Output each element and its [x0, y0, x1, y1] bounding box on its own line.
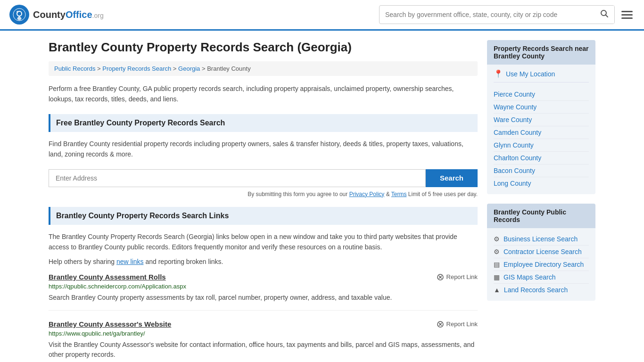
gis-maps-link[interactable]: GIS Maps Search: [504, 273, 556, 281]
address-search-input[interactable]: [49, 169, 426, 187]
report-link-2[interactable]: Report Link: [437, 321, 478, 328]
sidebar-business-license: ⚙ Business License Search: [494, 233, 589, 246]
sidebar-link-long-county[interactable]: Long County: [494, 177, 589, 189]
breadcrumb-brantley-county: Brantley County: [207, 65, 251, 72]
links-section-heading: Brantley County Property Records Search …: [49, 207, 478, 225]
business-license-icon: ⚙: [494, 235, 500, 243]
sidebar-link-wayne-county[interactable]: Wayne County: [494, 101, 589, 114]
address-search-form: Search: [49, 169, 478, 187]
logo-icon: [9, 5, 29, 25]
privacy-policy-link[interactable]: Privacy Policy: [349, 191, 385, 197]
contractor-license-icon: ⚙: [494, 248, 500, 255]
link-card-assessor-website: Brantley County Assessor's Website Repor…: [49, 320, 478, 362]
use-my-location-item: 📍 Use My Location: [494, 69, 589, 82]
free-search-description: Find Brantley County residential propert…: [49, 139, 478, 160]
link-url-2: https://www.qpublic.net/ga/brantley/: [49, 330, 478, 337]
hamburger-line-3: [621, 17, 633, 19]
sidebar-gis-maps: ▦ GIS Maps Search: [494, 271, 589, 284]
main-content: Brantley County Property Records Search …: [49, 40, 478, 362]
hamburger-menu-button[interactable]: [619, 9, 635, 21]
link-card-assessment-rolls: Brantley County Assessment Rolls Report …: [49, 273, 478, 311]
report-link-1[interactable]: Report Link: [437, 273, 478, 281]
logo-text: CountyOffice.org: [33, 9, 104, 20]
sidebar-link-ware-county[interactable]: Ware County: [494, 114, 589, 126]
report-icon-1: [437, 273, 444, 281]
share-note: Help others by sharing new links and rep…: [49, 258, 478, 265]
svg-line-4: [606, 15, 608, 17]
breadcrumb-public-records[interactable]: Public Records: [54, 65, 95, 72]
public-records-section: Brantley County Public Records ⚙ Busines…: [487, 204, 595, 301]
intro-text: Perform a free Brantley County, GA publi…: [49, 83, 478, 105]
link-card-title-2[interactable]: Brantley County Assessor's Website: [49, 320, 171, 328]
link-url-1: https://qpublic.schneidercorp.com/Applic…: [49, 283, 478, 290]
link-desc-2: Visit the Brantley County Assessor's web…: [49, 340, 478, 360]
site-header: CountyOffice.org: [0, 0, 644, 31]
nearby-counties-section: Property Records Search near Brantley Co…: [487, 40, 595, 194]
logo-area: CountyOffice.org: [9, 5, 104, 25]
employee-directory-icon: ▤: [494, 261, 500, 268]
page-title: Brantley County Property Records Search …: [49, 40, 478, 55]
link-desc-1: Search Brantley County property assessme…: [49, 293, 478, 303]
sidebar-link-camden-county[interactable]: Camden County: [494, 126, 589, 139]
new-links-link[interactable]: new links: [116, 258, 144, 265]
contractor-license-link[interactable]: Contractor License Search: [504, 248, 582, 255]
land-records-link[interactable]: Land Records Search: [504, 286, 568, 294]
report-icon-2: [437, 321, 444, 328]
free-search-heading: Free Brantley County Property Records Se…: [49, 114, 478, 132]
sidebar-link-glynn-county[interactable]: Glynn County: [494, 139, 589, 152]
employee-directory-link[interactable]: Employee Directory Search: [504, 261, 584, 268]
link-card-title-1[interactable]: Brantley County Assessment Rolls: [49, 273, 166, 281]
header-right: [379, 5, 635, 24]
global-search-button[interactable]: [594, 6, 614, 24]
sidebar: Property Records Search near Brantley Co…: [487, 40, 595, 362]
business-license-link[interactable]: Business License Search: [504, 235, 578, 243]
links-intro: The Brantley County Property Records Sea…: [49, 231, 478, 253]
sidebar-land-records: ▲ Land Records Search: [494, 284, 589, 296]
breadcrumb: Public Records > Property Records Search…: [49, 61, 478, 76]
nearby-counties-heading: Property Records Search near Brantley Co…: [487, 40, 595, 65]
sidebar-contractor-license: ⚙ Contractor License Search: [494, 246, 589, 258]
breadcrumb-georgia[interactable]: Georgia: [178, 65, 200, 72]
form-note: By submitting this form you agree to our…: [49, 191, 478, 197]
main-container: Brantley County Property Records Search …: [39, 31, 605, 362]
land-records-icon: ▲: [494, 286, 500, 294]
address-search-button[interactable]: Search: [426, 169, 478, 187]
terms-link[interactable]: Terms: [391, 191, 407, 197]
svg-point-2: [17, 11, 18, 13]
sidebar-link-charlton-county[interactable]: Charlton County: [494, 152, 589, 165]
gis-maps-icon: ▦: [494, 273, 500, 281]
breadcrumb-property-records-search[interactable]: Property Records Search: [102, 65, 171, 72]
global-search-input[interactable]: [380, 7, 594, 22]
public-records-heading: Brantley County Public Records: [487, 204, 595, 228]
sidebar-link-bacon-county[interactable]: Bacon County: [494, 165, 589, 177]
hamburger-line-2: [621, 14, 633, 16]
global-search-bar: [379, 5, 615, 24]
use-my-location-link[interactable]: Use My Location: [506, 70, 555, 78]
location-pin-icon: 📍: [494, 69, 503, 78]
hamburger-line-1: [621, 11, 633, 12]
sidebar-link-pierce-county[interactable]: Pierce County: [494, 88, 589, 101]
sidebar-employee-directory: ▤ Employee Directory Search: [494, 258, 589, 271]
